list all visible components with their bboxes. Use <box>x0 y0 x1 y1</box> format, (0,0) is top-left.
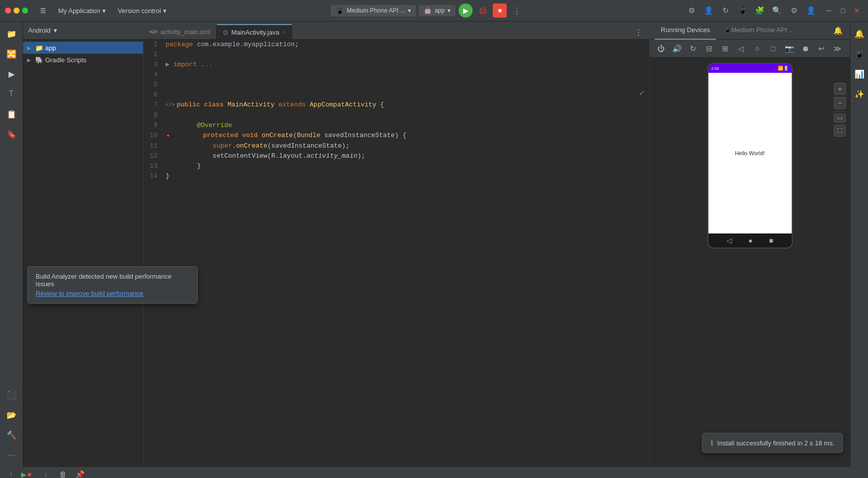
run-indicator: ▶ ■ <box>21 470 31 479</box>
debug-button[interactable]: 🐞 <box>476 4 490 18</box>
zoom-controls: + − 1:1 ⛶ <box>834 83 846 137</box>
tab-mainactivity-java[interactable]: ⊙ MainActivity.java × <box>217 24 292 39</box>
sidebar: Android ▾ ▶ 📁 app ▶ 🐘 Gradle Scripts <box>23 22 143 467</box>
build-icon[interactable]: 🔨 <box>3 426 21 444</box>
close-tab-icon[interactable]: × <box>282 29 285 35</box>
code-line-13: 13 } <box>143 161 649 171</box>
more-tools-icon[interactable]: ⋯ <box>3 446 21 464</box>
power-device-icon[interactable]: ⏻ <box>654 42 668 56</box>
sdk-manager-icon[interactable]: 🧩 <box>753 4 767 18</box>
profile-icon[interactable]: 👤 <box>701 4 715 18</box>
settings-icon[interactable]: ⚙ <box>787 4 801 18</box>
maximize-button[interactable] <box>22 8 28 14</box>
running-devices-tab[interactable]: Running Devices <box>655 22 716 40</box>
code-line-3[interactable]: 3 ▶ import ... <box>143 60 649 70</box>
statusbar-battery: 📶🔋 <box>778 66 789 71</box>
device-selector[interactable]: 📱 Medium Phone API ... ▾ <box>331 5 416 17</box>
git-icon[interactable]: 🔀 <box>3 45 21 63</box>
scroll-down-icon[interactable]: ↓ <box>39 467 53 479</box>
device-explorer-icon[interactable]: 📱 <box>850 45 869 63</box>
main-layout: 📁 🔀 ▶ T 📋 🔖 ⬛ 📂 🔨 ⋯ Android ▾ ▶ 📁 app ▶ … <box>0 22 868 467</box>
editor-settings-icon[interactable]: ⋮ <box>631 25 645 39</box>
right-bar: 🔔 📱 📊 ✨ <box>850 22 868 467</box>
circle-icon[interactable]: ○ <box>750 42 764 56</box>
window-controls: ─ □ ✕ <box>823 5 863 17</box>
account-icon[interactable]: 👤 <box>804 4 818 18</box>
more-device-icon[interactable]: ≫ <box>830 42 844 56</box>
scroll-up-icon[interactable]: ↑ <box>4 467 18 479</box>
unfold-icon[interactable]: ⊞ <box>718 42 732 56</box>
phone-statusbar: 2:00 📶🔋 <box>708 64 792 73</box>
zoom-out-button[interactable]: − <box>834 97 846 109</box>
fit-screen-button[interactable]: ⛶ <box>834 125 846 137</box>
notification-icon[interactable]: 🔔 <box>831 24 845 38</box>
more-options-button[interactable]: ⋮ <box>510 4 524 18</box>
app-quality-icon[interactable]: 📊 <box>850 65 869 83</box>
pin-log-icon[interactable]: 📌 <box>73 467 87 479</box>
xml-icon: </> <box>150 29 158 35</box>
stop-status-icon: ■ <box>28 471 31 478</box>
device-file-icon[interactable]: 📂 <box>3 406 21 424</box>
app-dropdown-arrow-icon: ▾ <box>448 7 451 14</box>
device-content: 2:00 📶🔋 Hello World! ◁ ● ■ + − 1:1 ⛶ <box>650 58 850 467</box>
square-icon[interactable]: □ <box>766 42 780 56</box>
bookmarks-icon[interactable]: 🔖 <box>3 125 21 143</box>
fold-icon[interactable]: ⊟ <box>702 42 716 56</box>
volume-icon[interactable]: 🔊 <box>670 42 684 56</box>
gemini-icon[interactable]: ✨ <box>850 85 869 103</box>
zoom-reset-button[interactable]: 1:1 <box>834 113 846 123</box>
app-name-label: My Application <box>58 7 100 15</box>
clear-log-icon[interactable]: 🗑 <box>56 467 70 479</box>
screenshot-icon[interactable]: 📷 <box>782 42 796 56</box>
android-header[interactable]: Android ▾ <box>23 22 143 40</box>
run-options-icon[interactable]: ⚙ <box>684 4 698 18</box>
terminal-icon[interactable]: ⬛ <box>3 386 21 404</box>
code-line-2: 2 <box>143 50 649 60</box>
running-devices-label: Running Devices <box>661 26 710 34</box>
panel-header: Running Devices 📱 Medium Phone API ... 🔔 <box>650 22 850 40</box>
notifications-right-icon[interactable]: 🔔 <box>850 25 869 43</box>
plugin-icon[interactable]: T <box>3 85 21 103</box>
minimize-window-button[interactable]: ─ <box>823 5 835 17</box>
home-nav-icon[interactable]: ● <box>749 236 753 245</box>
stop-button[interactable]: ■ <box>493 4 507 18</box>
build-popup-link[interactable]: Review to improve build performance <box>36 290 143 297</box>
back-icon[interactable]: ◁ <box>734 42 748 56</box>
search-icon[interactable]: 🔍 <box>770 4 784 18</box>
java-icon: ⊙ <box>223 29 228 36</box>
minimize-button[interactable] <box>14 8 20 14</box>
debug-icon: 🐞 <box>478 6 488 15</box>
app-label: app <box>435 7 445 14</box>
run-view-icon[interactable]: ▶ <box>3 65 21 83</box>
recents-nav-icon[interactable]: ■ <box>769 236 773 245</box>
code-editor[interactable]: ✓ 1 package com.example.myapplication; 2… <box>143 40 649 467</box>
device-tab[interactable]: 📱 Medium Phone API ... <box>718 22 800 40</box>
bottom-toolbar: ↑ ▶ ■ : ↓ 🗑 📌 <box>0 467 868 478</box>
rotate-icon[interactable]: ↻ <box>686 42 700 56</box>
run-button[interactable]: ▶ <box>459 4 473 18</box>
code-line-5: 5 <box>143 80 649 90</box>
sync-icon[interactable]: ↻ <box>718 4 733 18</box>
zoom-in-button[interactable]: + <box>834 83 846 95</box>
version-control-dropdown[interactable]: Version control ▾ <box>114 6 171 16</box>
tree-item-app[interactable]: ▶ 📁 app <box>23 42 143 54</box>
code-line-8: 8 <box>143 110 649 121</box>
close-button[interactable] <box>5 8 11 14</box>
tree-item-gradle[interactable]: ▶ 🐘 Gradle Scripts <box>23 54 143 66</box>
phone-screen: Hello World! <box>708 73 792 233</box>
more-options-icon: ⋮ <box>513 6 521 15</box>
screenrecord-icon[interactable]: ⏺ <box>798 42 812 56</box>
device-frame-icon: 📱 <box>336 7 344 15</box>
hamburger-menu[interactable]: ☰ <box>36 6 50 16</box>
app-selector[interactable]: 🤖 app ▾ <box>419 5 456 16</box>
back-nav-icon[interactable]: ◁ <box>727 236 732 245</box>
logcat-icon[interactable]: 📋 <box>3 105 21 123</box>
folder-view-icon[interactable]: 📁 <box>3 25 21 43</box>
app-arrow-icon: ▶ <box>27 45 33 51</box>
restore-window-button[interactable]: □ <box>837 5 849 17</box>
undo-icon[interactable]: ↩ <box>814 42 828 56</box>
close-window-button[interactable]: ✕ <box>851 5 863 17</box>
app-name-dropdown[interactable]: My Application ▾ <box>54 6 110 16</box>
tab-activity-main-xml[interactable]: </> activity_main.xml <box>143 24 217 39</box>
device-manager-icon[interactable]: 📱 <box>736 4 750 18</box>
